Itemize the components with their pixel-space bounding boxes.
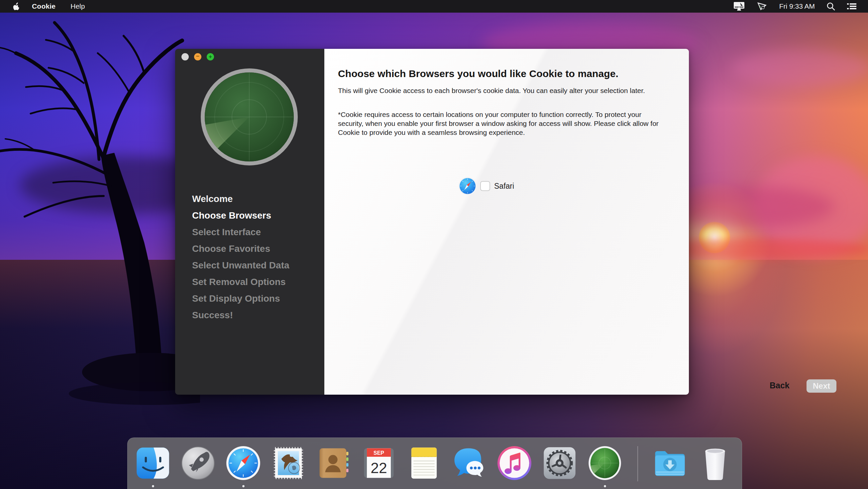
dock-item-downloads[interactable] — [652, 446, 687, 481]
dock-item-safari[interactable] — [226, 446, 261, 481]
mail-icon — [271, 446, 306, 481]
browser-option-safari: Safari — [458, 176, 514, 196]
minus-icon: − — [196, 54, 199, 59]
cloud — [731, 50, 868, 86]
intro-paragraph: This will give Cookie access to each bro… — [338, 86, 665, 95]
plus-icon: + — [209, 54, 212, 60]
wizard-step-select-interface: Select Interface — [192, 224, 289, 240]
radar-icon — [199, 67, 299, 167]
page-title: Choose which Browsers you would like Coo… — [338, 68, 674, 79]
dock-separator — [638, 446, 638, 481]
calendar-month: SEP — [374, 450, 384, 456]
calendar-day: 22 — [371, 460, 387, 476]
wizard-step-removal-options: Set Removal Options — [192, 274, 289, 290]
glider-status-icon[interactable] — [756, 1, 768, 12]
running-indicator-finder — [152, 485, 154, 487]
safari-icon — [458, 177, 477, 195]
wizard-step-list: Welcome Choose Browsers Select Interface… — [192, 191, 289, 324]
launchpad-icon — [181, 446, 216, 481]
dock-item-calendar[interactable]: SEP 22 — [361, 446, 397, 481]
dock-item-notes[interactable] — [406, 446, 442, 481]
cookie-setup-window: − + — [175, 49, 689, 395]
contacts-icon — [316, 446, 351, 481]
search-icon[interactable] — [826, 2, 835, 11]
menu-clock[interactable]: Fri 9:33 AM — [779, 2, 815, 10]
running-indicator-cookie — [604, 485, 606, 487]
menu-help[interactable]: Help — [70, 2, 85, 10]
trash-icon — [698, 446, 733, 481]
close-button[interactable] — [181, 53, 189, 61]
next-button[interactable]: Next — [807, 379, 836, 393]
wizard-content-pane: Choose which Browsers you would like Coo… — [324, 49, 689, 395]
messages-icon — [452, 446, 487, 481]
wizard-step-welcome: Welcome — [192, 191, 289, 207]
notes-icon — [406, 446, 442, 481]
running-indicator-safari — [242, 485, 245, 487]
permissions-paragraph: *Cookie requires access to certain locat… — [338, 110, 665, 137]
calendar-icon: SEP 22 — [361, 446, 397, 481]
wizard-step-choose-browsers: Choose Browsers — [192, 207, 289, 224]
wizard-step-display-options: Set Display Options — [192, 290, 289, 307]
dock: SEP 22 — [127, 437, 742, 489]
apple-icon — [12, 2, 20, 11]
zoom-button[interactable]: + — [207, 53, 214, 61]
dock-item-trash[interactable] — [698, 446, 733, 481]
wizard-sidebar: − + — [175, 49, 324, 395]
dock-item-mail[interactable] — [271, 446, 306, 481]
downloads-folder-icon — [652, 446, 687, 481]
tree-silhouette — [0, 10, 200, 409]
wizard-step-choose-favorites: Choose Favorites — [192, 240, 289, 257]
finder-icon — [135, 446, 170, 481]
wizard-step-select-unwanted: Select Unwanted Data — [192, 257, 289, 274]
apple-menu[interactable] — [11, 2, 22, 11]
menu-bar: Cookie Help Fri 9:33 AM — [0, 0, 868, 12]
dock-item-contacts[interactable] — [316, 446, 351, 481]
wizard-step-success: Success! — [192, 307, 289, 324]
display-status-icon[interactable] — [734, 1, 745, 11]
itunes-icon — [497, 446, 532, 481]
safari-dock-icon — [226, 446, 261, 481]
safari-label: Safari — [494, 182, 514, 191]
dock-item-itunes[interactable] — [497, 446, 532, 481]
cookie-app-icon — [587, 446, 622, 481]
dock-item-cookie[interactable] — [587, 446, 622, 481]
dock-item-messages[interactable] — [452, 446, 487, 481]
dock-item-launchpad[interactable] — [181, 446, 216, 481]
dock-item-system-preferences[interactable] — [542, 446, 577, 481]
minimize-button[interactable]: − — [194, 53, 202, 61]
dock-item-finder[interactable] — [135, 446, 170, 481]
safari-checkbox[interactable] — [480, 181, 490, 191]
menu-app-name[interactable]: Cookie — [32, 2, 56, 10]
system-preferences-icon — [542, 446, 577, 481]
back-button[interactable]: Back — [770, 381, 789, 390]
notification-list-icon[interactable] — [847, 2, 857, 11]
